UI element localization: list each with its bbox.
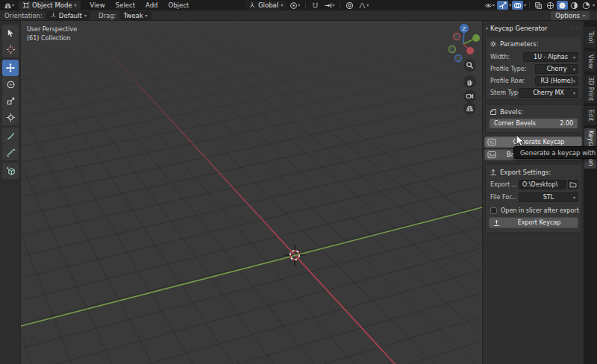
magnet-icon [311,1,319,10]
corner-bevels-slider[interactable]: Corner Bevels 2.00 [490,119,578,128]
stem-type-dropdown[interactable]: Cherry MX ▾ [519,88,578,98]
open-in-slicer-row[interactable]: Open in slicer after export [490,206,579,216]
camera-view-button[interactable] [463,90,476,102]
transform-controls: Global ▾ ▾ ▾ [245,1,370,10]
annotate-tool[interactable] [2,128,19,144]
gizmo-z-neg-axis[interactable] [455,55,462,62]
chevron-down-icon: ▾ [524,3,526,7]
axes-icon [50,12,57,19]
hand-icon [466,78,474,86]
tab-3d-print[interactable]: 3D Print [584,75,596,103]
menu-add[interactable]: Add [140,0,163,10]
snap-settings-dropdown[interactable]: ▾ [322,1,336,10]
drag-tweak-dropdown[interactable]: Tweak ▾ [119,11,151,20]
proportional-edit-icon [346,1,354,10]
svg-text:Z: Z [463,26,466,32]
add-cube-tool[interactable] [2,163,19,179]
gizmo-x-neg-axis[interactable] [454,34,460,40]
tool-settings-bar: Orientation: Default ▾ Drag: Tweak ▾ Opt… [0,10,597,21]
rotate-tool[interactable] [2,76,19,92]
scale-tool[interactable] [2,92,19,109]
orientation-default-value: Default [59,12,82,19]
viewport-header: ▾ Object Mode ▾ View Select Add Object G… [0,0,597,10]
menu-view[interactable]: View [85,0,110,10]
profile-row-dropdown[interactable]: R3 (Home) ▾ [535,76,578,86]
corner-bevels-label: Corner Bevels [494,120,536,127]
cursor-tool[interactable] [2,41,19,57]
orientation-label: Orientation: [4,12,43,19]
3d-viewport[interactable]: Z User Perspective (61) Collection [21,21,482,364]
mode-dropdown[interactable]: Object Mode ▾ [19,1,81,10]
move-tool[interactable] [2,60,19,76]
chevron-down-icon: ▾ [84,13,87,18]
chevron-down-icon: ▾ [298,3,300,7]
gizmo-y-axis[interactable] [472,34,480,42]
bevels-box: Bevels: Corner Bevels 2.00 [485,104,582,133]
transform-tool[interactable] [2,109,19,125]
shading-material-button[interactable] [569,1,580,10]
shading-solid-button[interactable] [557,1,568,10]
chevron-down-icon: ▾ [573,67,575,72]
profile-type-value: Cherry [547,66,567,72]
bevels-label: Bevels: [500,108,523,116]
divider [305,1,306,9]
show-gizmo-toggle[interactable] [497,1,508,10]
shading-wireframe-button[interactable] [545,1,556,10]
zoom-view-button[interactable] [463,59,476,72]
xray-toggle[interactable] [533,1,544,10]
panel-header[interactable]: ▾ Keycap Generator :::: [486,24,581,33]
orientation-default-dropdown[interactable]: Default ▾ [46,11,90,20]
object-visibility-dropdown[interactable]: ▾ [483,1,496,10]
panel-drag-dots[interactable]: :::: [571,25,581,31]
chevron-down-icon: ▾ [509,3,511,7]
pivot-point-dropdown[interactable]: ▾ [288,1,301,10]
profile-type-label: Profile Type: [490,66,527,72]
menu-object[interactable]: Object [163,0,194,10]
width-label: Width: [490,54,510,60]
viewport-display-controls: ▾ ▾ ▾ [483,1,595,10]
export-settings-box: Export Settings: Export ... O:\Desktop\ … [485,164,582,233]
export-settings-section: Export Settings: [490,169,551,176]
rotate-icon [6,80,16,90]
snap-toggle[interactable] [310,1,321,10]
width-dropdown[interactable]: 1U - Alphas ▾ [523,52,578,62]
parameters-label: Parameters: [500,40,539,48]
magnifier-icon [466,61,474,69]
proportional-edit-toggle[interactable] [344,1,355,10]
overlays-icon [513,1,522,10]
transform-orientation-dropdown[interactable]: Global ▾ [245,1,287,10]
chevron-down-icon: ▾ [366,3,369,7]
view-perspective-label: User Perspective [27,26,77,33]
browse-folder-button[interactable] [568,180,578,189]
measure-tool[interactable] [2,144,19,160]
show-overlays-toggle[interactable] [512,1,523,10]
divider [340,1,340,9]
gizmo-y-neg-axis[interactable] [449,46,456,53]
panel-collapse-icon[interactable]: ▾ [486,26,488,31]
pan-view-button[interactable] [463,75,476,88]
gizmo-x-axis[interactable] [466,47,474,54]
export-path-field[interactable]: O:\Desktop\ [519,180,566,189]
menu-select[interactable]: Select [110,0,140,10]
solid-shading-icon [558,1,566,10]
annotate-pen-icon [6,131,16,141]
rendered-shading-icon [582,1,590,10]
tab-tool[interactable]: Tool [584,27,596,48]
file-format-dropdown[interactable]: STL ▾ [519,192,578,202]
export-keycap-button[interactable]: Export Keycap [489,217,578,228]
options-dropdown[interactable]: Options ▾ [551,11,590,20]
editor-type-button[interactable]: ▾ [2,1,16,10]
tab-view[interactable]: View [584,51,596,72]
tab-edit[interactable]: Edit [584,106,596,125]
shading-rendered-button[interactable] [581,1,592,10]
falloff-curve-icon [358,1,366,10]
3d-cursor-icon [6,45,16,54]
open-in-slicer-checkbox[interactable] [490,207,497,214]
profile-type-dropdown[interactable]: Cherry ▾ [535,64,578,74]
chevron-down-icon: ▾ [146,13,148,18]
proportional-falloff-dropdown[interactable]: ▾ [357,1,370,10]
select-box-tool[interactable] [2,25,19,41]
perspective-toggle-button[interactable] [463,102,476,115]
bevels-section: Bevels: [490,108,523,116]
chevron-down-icon: ▾ [493,3,495,7]
